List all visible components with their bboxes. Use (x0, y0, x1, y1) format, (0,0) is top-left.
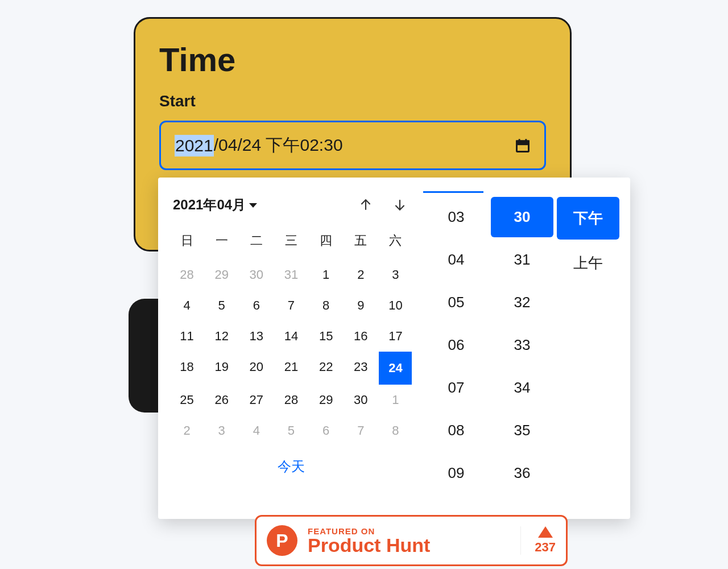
day-cell[interactable]: 1 (378, 385, 413, 415)
month-nav-arrows (358, 197, 407, 212)
weekday-label: 六 (378, 228, 413, 254)
weekday-label: 三 (274, 228, 308, 254)
month-label: 2021年04月 (173, 196, 246, 214)
product-hunt-name: Product Hunt (308, 535, 430, 555)
weekday-label: 一 (204, 228, 239, 254)
datetime-input[interactable]: 2021/04/24 下午02:30 (159, 121, 546, 170)
product-hunt-text: FEATURED ON Product Hunt (308, 527, 430, 555)
minute-item-selected[interactable]: 30 (491, 197, 553, 237)
day-cell[interactable]: 7 (274, 290, 308, 321)
month-selector-button[interactable]: 2021年04月 (173, 196, 257, 214)
day-cell[interactable]: 15 (309, 321, 344, 352)
day-cell[interactable]: 19 (204, 352, 239, 385)
hour-item[interactable]: 07 (423, 366, 489, 409)
hour-item[interactable]: 06 (423, 324, 489, 366)
day-cell[interactable]: 23 (344, 352, 378, 385)
day-cell-selected[interactable]: 24 (378, 352, 413, 385)
ampm-column[interactable]: 下午上午 (555, 196, 621, 508)
day-cell[interactable]: 5 (204, 290, 239, 321)
day-cell[interactable]: 8 (378, 415, 413, 446)
day-cell[interactable]: 4 (239, 415, 274, 446)
product-hunt-logo-icon: P (267, 525, 297, 556)
day-cell[interactable]: 6 (309, 415, 344, 446)
calendar-header: 2021年04月 (169, 193, 413, 220)
product-hunt-badge[interactable]: P FEATURED ON Product Hunt 237 (255, 515, 568, 566)
weekday-label: 五 (344, 228, 378, 254)
day-cell[interactable]: 27 (239, 385, 274, 415)
day-cell[interactable]: 17 (378, 321, 413, 352)
hour-item[interactable]: 04 (423, 238, 489, 281)
day-cell[interactable]: 31 (274, 259, 308, 290)
day-cell[interactable]: 2 (169, 415, 204, 446)
hour-item[interactable]: 03 (423, 196, 489, 238)
today-button[interactable]: 今天 (169, 457, 413, 476)
day-cell[interactable]: 28 (169, 259, 204, 290)
day-cell[interactable]: 20 (239, 352, 274, 385)
day-cell[interactable]: 8 (309, 290, 344, 321)
datetime-picker-panel: 2021年04月 日一二三四五六 28293031123456789101112… (158, 178, 630, 519)
minute-item[interactable]: 32 (489, 281, 555, 324)
minute-item[interactable]: 34 (489, 366, 555, 409)
day-cell[interactable]: 26 (204, 385, 239, 415)
weekday-label: 日 (169, 228, 204, 254)
chevron-down-icon (249, 203, 257, 208)
day-cell[interactable]: 2 (344, 259, 378, 290)
hour-item[interactable]: 05 (423, 281, 489, 324)
day-cell[interactable]: 1 (309, 259, 344, 290)
day-cell[interactable]: 25 (169, 385, 204, 415)
day-cell[interactable]: 21 (274, 352, 308, 385)
day-cell[interactable]: 3 (378, 259, 413, 290)
day-cell[interactable]: 10 (378, 290, 413, 321)
upvote-section[interactable]: 237 (520, 526, 556, 555)
day-cell[interactable]: 5 (274, 415, 308, 446)
day-cell[interactable]: 11 (169, 321, 204, 352)
active-column-indicator (423, 191, 483, 193)
next-month-arrow-icon[interactable] (392, 197, 407, 212)
minute-item[interactable]: 31 (489, 238, 555, 281)
upvote-count: 237 (535, 540, 556, 555)
day-cell[interactable]: 12 (204, 321, 239, 352)
minute-item[interactable]: 33 (489, 324, 555, 366)
day-cell[interactable]: 29 (204, 259, 239, 290)
days-grid: 2829303112345678910111213141516171819202… (169, 259, 413, 446)
weekday-row: 日一二三四五六 (169, 228, 413, 254)
day-cell[interactable]: 28 (274, 385, 308, 415)
ampm-item[interactable]: 上午 (555, 241, 621, 286)
ampm-item-selected[interactable]: 下午 (557, 197, 619, 240)
calendar-icon[interactable] (515, 138, 531, 154)
day-cell[interactable]: 9 (344, 290, 378, 321)
hour-item[interactable]: 09 (423, 452, 489, 494)
time-columns: 03040506070809 30313233343536 下午上午 (420, 193, 621, 508)
day-cell[interactable]: 30 (344, 385, 378, 415)
minute-item[interactable]: 35 (489, 409, 555, 452)
prev-month-arrow-icon[interactable] (358, 197, 373, 212)
day-cell[interactable]: 6 (239, 290, 274, 321)
hour-column[interactable]: 03040506070809 (423, 196, 489, 508)
minute-item[interactable]: 36 (489, 452, 555, 494)
weekday-label: 二 (239, 228, 274, 254)
day-cell[interactable]: 13 (239, 321, 274, 352)
day-cell[interactable]: 18 (169, 352, 204, 385)
day-cell[interactable]: 16 (344, 321, 378, 352)
day-cell[interactable]: 14 (274, 321, 308, 352)
card-title: Time (159, 40, 546, 79)
start-label: Start (159, 92, 546, 110)
weekday-label: 四 (309, 228, 344, 254)
day-cell[interactable]: 30 (239, 259, 274, 290)
day-cell[interactable]: 3 (204, 415, 239, 446)
day-cell[interactable]: 29 (309, 385, 344, 415)
upvote-triangle-icon (538, 526, 553, 538)
minute-column[interactable]: 30313233343536 (489, 196, 555, 508)
datetime-year-selected[interactable]: 2021 (175, 135, 214, 156)
hour-item[interactable]: 08 (423, 409, 489, 452)
datetime-value: 2021/04/24 下午02:30 (175, 134, 343, 157)
day-cell[interactable]: 7 (344, 415, 378, 446)
day-cell[interactable]: 4 (169, 290, 204, 321)
day-cell[interactable]: 22 (309, 352, 344, 385)
svg-rect-1 (517, 141, 529, 144)
datetime-rest: /04/24 下午02:30 (214, 134, 343, 157)
calendar-column: 2021年04月 日一二三四五六 28293031123456789101112… (169, 193, 420, 508)
